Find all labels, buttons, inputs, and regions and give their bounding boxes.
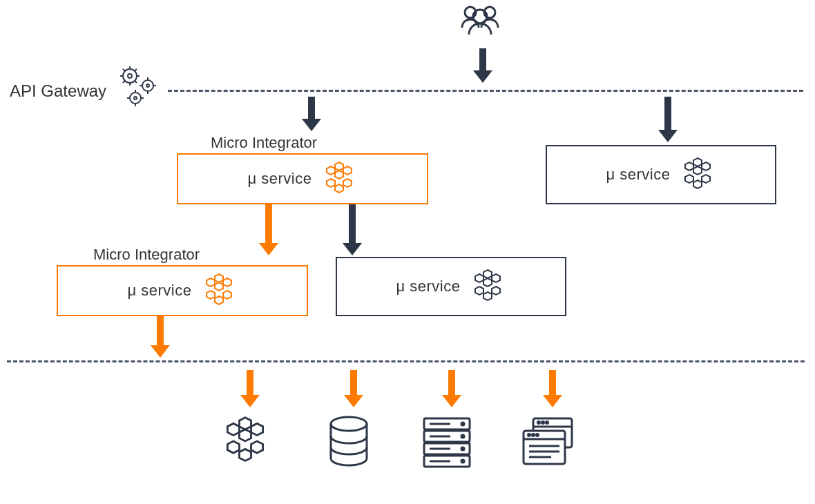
- svg-marker-43: [207, 291, 215, 299]
- svg-point-82: [537, 434, 539, 436]
- svg-marker-40: [207, 278, 215, 287]
- arrow-mi-top-to-mi-mid-orange: [259, 204, 278, 255]
- svg-marker-35: [693, 166, 702, 175]
- svg-point-76: [542, 422, 544, 424]
- svg-marker-56: [239, 429, 251, 441]
- svg-point-14: [146, 84, 149, 87]
- divider-bottom: [7, 360, 805, 362]
- arrow-gateway-to-mi-orange: [302, 97, 321, 131]
- svg-marker-58: [251, 441, 263, 453]
- database-icon: [326, 416, 372, 472]
- mu-service-label: μ service: [396, 278, 461, 295]
- svg-marker-51: [492, 287, 500, 295]
- svg-point-68: [461, 435, 464, 438]
- svg-point-70: [461, 447, 464, 450]
- svg-marker-42: [215, 282, 223, 291]
- svg-marker-52: [483, 292, 492, 300]
- svg-point-66: [461, 423, 464, 425]
- svg-marker-47: [475, 274, 483, 282]
- svg-marker-41: [223, 278, 231, 287]
- svg-marker-44: [223, 291, 231, 299]
- svg-line-9: [123, 69, 125, 71]
- arrow-to-cluster-icon: [240, 370, 260, 407]
- arrow-users-to-gateway: [473, 48, 492, 83]
- svg-point-19: [130, 93, 141, 104]
- mi-title-top: Micro Integrator: [211, 134, 317, 152]
- svg-marker-27: [343, 166, 352, 175]
- svg-marker-39: [215, 274, 223, 282]
- windows-icon: [519, 416, 577, 471]
- service-box-mid-dark: μ service: [336, 257, 566, 316]
- svg-point-4: [128, 74, 132, 78]
- svg-marker-34: [702, 162, 710, 171]
- svg-point-75: [538, 422, 540, 424]
- arrow-mi-mid-to-bottom: [151, 316, 170, 358]
- mi-box-mid-orange: μ service: [57, 265, 308, 316]
- svg-marker-38: [693, 180, 702, 188]
- svg-point-80: [528, 434, 530, 436]
- svg-marker-54: [227, 423, 239, 435]
- users-icon: [454, 3, 506, 47]
- svg-marker-53: [239, 418, 251, 429]
- arrow-to-windows-icon: [543, 370, 562, 407]
- svg-point-20: [134, 97, 137, 99]
- svg-marker-49: [483, 278, 492, 287]
- cube-cluster-icon: [680, 157, 716, 193]
- cube-cluster-icon: [321, 161, 357, 197]
- svg-marker-36: [685, 175, 693, 183]
- svg-marker-31: [335, 184, 343, 193]
- arrow-mi-top-to-service-mid-dark: [343, 204, 362, 255]
- cube-cluster-icon: [220, 416, 271, 469]
- gears-icon: [116, 66, 164, 115]
- svg-point-72: [461, 460, 464, 463]
- svg-point-81: [533, 434, 535, 436]
- svg-point-13: [142, 80, 153, 91]
- svg-marker-26: [327, 166, 335, 175]
- arrow-to-database-icon: [344, 370, 363, 407]
- svg-marker-28: [335, 171, 343, 179]
- svg-marker-30: [343, 179, 352, 187]
- svg-line-11: [123, 81, 125, 83]
- svg-marker-59: [239, 449, 251, 461]
- divider-gateway: [168, 90, 803, 92]
- svg-marker-29: [327, 179, 335, 187]
- arrow-gateway-to-service-dark: [658, 97, 678, 142]
- svg-marker-32: [693, 158, 702, 166]
- mu-service-label: μ service: [248, 170, 312, 188]
- mi-title-mid: Micro Integrator: [93, 246, 200, 264]
- svg-line-10: [135, 81, 137, 83]
- svg-marker-25: [335, 162, 343, 171]
- api-gateway-label: API Gateway: [7, 80, 109, 102]
- mi-box-top-orange: μ service: [177, 153, 428, 204]
- svg-marker-48: [492, 274, 500, 282]
- svg-marker-33: [685, 162, 693, 171]
- svg-marker-46: [483, 270, 492, 278]
- arrow-to-server-icon: [442, 370, 461, 407]
- mu-service-label: μ service: [606, 166, 671, 184]
- svg-marker-37: [702, 175, 710, 183]
- svg-marker-57: [227, 441, 239, 453]
- svg-marker-50: [475, 287, 483, 295]
- svg-line-12: [135, 69, 137, 71]
- svg-marker-45: [215, 296, 223, 304]
- svg-point-60: [331, 417, 367, 431]
- svg-marker-55: [251, 423, 263, 435]
- service-box-top-dark: μ service: [546, 145, 776, 204]
- server-rack-icon: [420, 416, 474, 472]
- mu-service-label: μ service: [128, 282, 192, 300]
- cube-cluster-icon: [470, 269, 506, 304]
- svg-point-77: [546, 422, 548, 424]
- cube-cluster-icon: [201, 273, 237, 309]
